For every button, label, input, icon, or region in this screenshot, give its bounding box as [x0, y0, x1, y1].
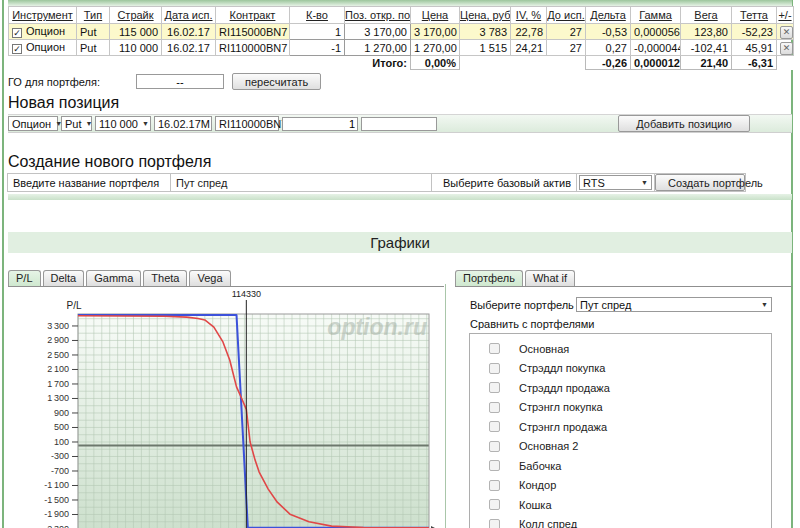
- portfolio-select-label: Выберите портфель: [470, 299, 574, 311]
- position-cell: 3 170,00: [345, 24, 411, 40]
- tab-портфель[interactable]: Портфель: [455, 270, 523, 286]
- portfolio-panel: ПортфельWhat if Выберите портфель Пут сп…: [455, 270, 792, 528]
- panel-divider: [445, 284, 446, 528]
- portfolio-name-input[interactable]: [171, 174, 431, 191]
- svg-text:500: 500: [54, 422, 69, 432]
- svg-text:100: 100: [54, 437, 69, 447]
- instrument-select[interactable]: Опцион ▼: [8, 116, 58, 131]
- portfolio-compare-item: Основная: [470, 339, 771, 359]
- position-cell: RI110000BN7: [216, 40, 290, 56]
- contract-select[interactable]: RI110000BN7 ▼: [215, 116, 279, 131]
- base-asset-select[interactable]: RTS ▼: [579, 175, 652, 190]
- portfolio-label: Кошка: [519, 499, 552, 511]
- new-position-title: Новая позиция: [8, 94, 792, 112]
- create-portfolio-row: Введите название портфеля Выберите базов…: [8, 173, 792, 192]
- column-header[interactable]: Страйк: [110, 7, 162, 24]
- position-cell: 22,78: [511, 24, 547, 40]
- portfolio-label: Основная: [519, 343, 569, 355]
- checkbox-icon[interactable]: [489, 441, 500, 452]
- totals-cell: 0,00%: [411, 56, 460, 70]
- add-position-button[interactable]: Добавить позицию: [618, 115, 750, 132]
- position-cell: 115 000: [110, 24, 162, 40]
- portfolio-label: Кондор: [519, 479, 556, 491]
- checkbox-icon[interactable]: [489, 421, 500, 432]
- checkbox-icon[interactable]: [489, 382, 500, 393]
- column-header[interactable]: Вега: [681, 7, 732, 24]
- column-header[interactable]: Дельта: [586, 7, 631, 24]
- go-row: ГО для портфеля: пересчитать: [8, 72, 792, 91]
- base-asset-cell: RTS ▼: [576, 173, 655, 192]
- expiry-select[interactable]: 16.02.17M ▼: [154, 116, 212, 131]
- position-cell: 27: [547, 40, 586, 56]
- page-left-border: [2, 0, 4, 528]
- column-header[interactable]: Тип: [77, 7, 110, 24]
- totals-cell: [9, 56, 345, 70]
- tab-theta[interactable]: Theta: [143, 270, 187, 286]
- column-header[interactable]: IV, %: [511, 7, 547, 24]
- checkbox-icon[interactable]: ✓: [12, 44, 22, 54]
- tab-gamma[interactable]: Gamma: [86, 270, 141, 286]
- green-strip: [8, 194, 792, 200]
- create-portfolio-button[interactable]: Создать портфель: [655, 174, 745, 191]
- tab-delta[interactable]: Delta: [43, 270, 85, 286]
- svg-text:-2 300: -2 300: [44, 524, 69, 528]
- checkbox-icon[interactable]: [489, 402, 500, 413]
- column-header[interactable]: Инструмент: [9, 7, 77, 24]
- totals-cell: -6,31: [732, 56, 777, 70]
- quantity-input[interactable]: [282, 117, 358, 131]
- checkbox-icon[interactable]: [489, 363, 500, 374]
- checkbox-icon[interactable]: [489, 499, 500, 510]
- totals-cell: Итого:: [345, 56, 411, 70]
- position-cell: 3 170,00: [411, 24, 460, 40]
- position-cell: 1 515: [460, 40, 511, 56]
- row-filler: [746, 173, 792, 192]
- svg-text:1 700: 1 700: [47, 379, 69, 389]
- svg-text:-700: -700: [51, 466, 69, 476]
- checkbox-icon[interactable]: ✓: [12, 28, 22, 38]
- portfolio-compare-item: Стрэнгл покупка: [470, 398, 771, 418]
- chart-tabs: P/LDeltaGammaThetaVega: [8, 270, 444, 287]
- column-header[interactable]: К-во: [290, 7, 345, 24]
- strike-select[interactable]: 110 000 ▼: [95, 116, 151, 131]
- checkbox-icon[interactable]: [489, 343, 500, 354]
- go-value-input[interactable]: [136, 74, 224, 89]
- svg-text:P/L: P/L: [66, 300, 81, 311]
- svg-text:900: 900: [54, 408, 69, 418]
- position-cell: RI115000BN7: [216, 24, 290, 40]
- price-input[interactable]: [361, 117, 437, 131]
- checkbox-icon[interactable]: [489, 519, 500, 528]
- column-header[interactable]: Цена, руб.: [460, 7, 511, 24]
- column-header[interactable]: Гамма: [631, 7, 681, 24]
- totals-row: Итого:0,00%-0,260,00001221,40-6,31: [9, 56, 794, 70]
- totals-cell: 21,40: [681, 56, 732, 70]
- position-cell: -52,23: [732, 24, 777, 40]
- checkbox-icon[interactable]: [489, 460, 500, 471]
- svg-text:2 900: 2 900: [47, 335, 69, 345]
- column-header[interactable]: Цена: [411, 7, 460, 24]
- column-header[interactable]: +/-: [777, 7, 794, 24]
- position-cell: -0,000044: [631, 40, 681, 56]
- column-header[interactable]: Дата исп.: [162, 7, 216, 24]
- column-header[interactable]: Поз. откр. по: [345, 7, 411, 24]
- portfolio-select[interactable]: Пут спред ▼: [576, 297, 772, 312]
- column-header[interactable]: До исп.: [547, 7, 586, 24]
- delete-row-button[interactable]: ✕: [780, 42, 793, 55]
- totals-cell: [460, 56, 586, 70]
- position-cell: ✓Опцион: [9, 24, 77, 40]
- column-header[interactable]: Контракт: [216, 7, 290, 24]
- tab-p-l[interactable]: P/L: [8, 270, 41, 286]
- portfolio-compare-item: Стрэддл продажа: [470, 378, 771, 398]
- delete-row-button[interactable]: ✕: [780, 26, 793, 39]
- checkbox-icon[interactable]: [489, 480, 500, 491]
- position-cell: 1 270,00: [411, 40, 460, 56]
- column-header[interactable]: Тетта: [732, 7, 777, 24]
- position-cell: -1: [290, 40, 345, 56]
- recalculate-button[interactable]: пересчитать: [232, 73, 321, 90]
- svg-text:-1 900: -1 900: [44, 509, 69, 519]
- position-cell: ✓Опцион: [9, 40, 77, 56]
- tab-vega[interactable]: Vega: [189, 270, 230, 286]
- portfolio-select-row: Выберите портфель Пут спред ▼: [470, 297, 792, 312]
- tab-what-if[interactable]: What if: [525, 270, 575, 286]
- option-type-select[interactable]: Put ▼: [61, 116, 92, 131]
- base-asset-label: Выберите базовый актив: [431, 173, 577, 192]
